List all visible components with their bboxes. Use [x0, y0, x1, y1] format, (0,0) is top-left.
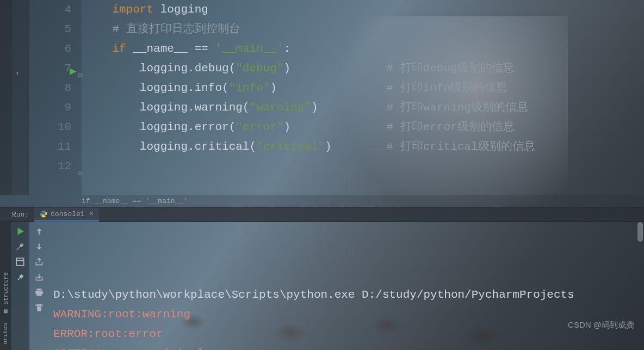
close-icon[interactable]: × [89, 210, 94, 218]
code-line[interactable]: import logging [85, 0, 644, 20]
layout-icon[interactable] [15, 257, 25, 267]
code-line[interactable]: logging.debug("debug") # 打印debug级别的信息 [85, 59, 644, 78]
breadcrumb-text: if __name__ == '__main__' [82, 197, 188, 205]
play-icon[interactable] [15, 226, 25, 236]
wrench-icon[interactable] [15, 242, 25, 251]
breadcrumb[interactable]: if __name__ == '__main__' [0, 195, 644, 207]
project-tree-collapsed[interactable]: › [12, 0, 29, 195]
code-line[interactable]: # 直接打印日志到控制台 [85, 20, 644, 39]
console-line: CRITICAL:root:critical [53, 344, 644, 350]
line-number-gutter[interactable]: 4567▶⊟89101112⊟ [29, 0, 82, 195]
editor-pane: › 4567▶⊟89101112⊟ import logging # 直接打印日… [0, 0, 644, 195]
arrow-up-icon[interactable] [34, 226, 44, 236]
run-panel-header: Run: console1 × [0, 207, 644, 222]
code-line[interactable]: logging.error("error") # 打印error级别的信息 [85, 118, 644, 137]
console-line: ERROR:root:error [53, 324, 644, 344]
structure-icon: ▦ [3, 305, 9, 316]
pin-icon[interactable] [15, 272, 25, 282]
code-line[interactable]: if __name__ == '__main__': [85, 39, 644, 59]
code-line[interactable]: logging.warning("warning") # 打印warning级别… [85, 98, 644, 118]
line-number: 11 [29, 137, 71, 157]
python-icon [40, 210, 47, 218]
print-icon[interactable] [34, 287, 44, 297]
side-tool-tabs: orites ▦ Structure [0, 222, 11, 350]
line-number: 12 [29, 157, 71, 176]
run-label: Run: [0, 211, 34, 219]
line-number: 8 [29, 78, 71, 98]
scrollbar-thumb[interactable] [637, 222, 643, 242]
svg-rect-0 [16, 258, 24, 266]
run-panel-body: orites ▦ Structure D:\study\python\workp… [0, 222, 644, 350]
run-tab-console1[interactable]: console1 × [34, 207, 99, 222]
console-output[interactable]: D:\study\python\workplace\Scripts\python… [49, 222, 644, 350]
tab-structure[interactable]: ▦ Structure [2, 272, 9, 315]
line-number: 5 [29, 20, 71, 39]
code-line[interactable]: logging.critical("critical") # 打印critica… [85, 137, 644, 157]
fold-icon[interactable]: ⊟ [78, 163, 82, 183]
code-area[interactable]: import logging # 直接打印日志到控制台 if __name__ … [82, 0, 644, 195]
console-line: WARNING:root:warning [53, 305, 644, 324]
line-number: 10 [29, 118, 71, 137]
export-icon[interactable] [34, 257, 44, 267]
run-toolbar-primary [11, 222, 29, 350]
run-toolbar-secondary [29, 222, 49, 350]
line-number: 7 [29, 59, 71, 78]
watermark-text: CSDN @码到成龚 [568, 320, 634, 330]
line-number: 9 [29, 98, 71, 118]
trash-icon[interactable] [34, 303, 44, 312]
run-tab-label: console1 [51, 210, 84, 218]
console-line: D:\study\python\workplace\Scripts\python… [53, 285, 644, 305]
arrow-down-icon[interactable] [34, 242, 44, 251]
chevron-right-icon[interactable]: › [15, 70, 19, 77]
code-line[interactable]: logging.info("info") # 打印info级别的信息 [85, 78, 644, 98]
line-number: 4 [29, 0, 71, 20]
line-number: 6 [29, 39, 71, 59]
import-icon[interactable] [34, 272, 44, 282]
left-rail [0, 0, 12, 195]
run-gutter-icon[interactable]: ▶ [70, 62, 77, 82]
fold-icon[interactable]: ⊟ [78, 65, 82, 85]
tab-favorites[interactable]: orites [2, 323, 9, 345]
